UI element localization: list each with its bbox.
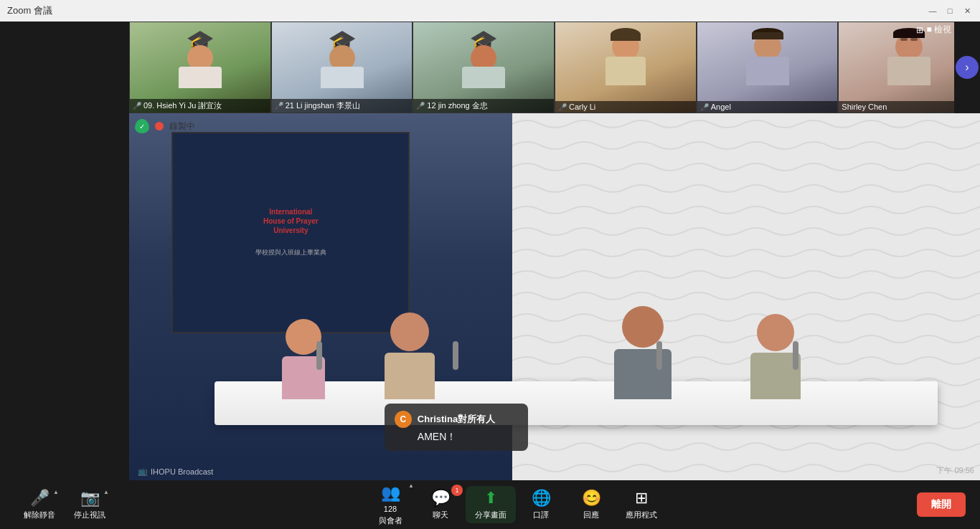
participant-label-carly: 🎤 Carly Li	[555, 101, 696, 113]
nav-arrow-area: ›	[954, 22, 980, 113]
mute-button[interactable]: ▲ 🎤 解除靜音	[14, 486, 65, 523]
thumbnail-strip: 🎓 🎤 09. Hsieh Yi Ju 謝宜汝 🎓 🎤 21 Li jingsh…	[129, 22, 980, 113]
apps-icon: ⊞	[635, 489, 648, 507]
ihopu-icon: 📺	[138, 467, 148, 476]
interpret-icon: 🌐	[532, 489, 551, 507]
participants-icon: 👥	[381, 484, 400, 502]
participants-button[interactable]: 👥 128 與會者 ▲	[365, 481, 415, 529]
microphone-2	[453, 341, 458, 370]
view-label[interactable]: ⊞ ■ 檢視	[916, 24, 951, 36]
person-3	[614, 306, 672, 399]
person-2	[385, 313, 435, 399]
microphone-3	[656, 341, 662, 370]
mute-expand-arrow[interactable]: ▲	[53, 489, 59, 495]
chat-bubble: C Christina對所有人 AMEN！	[385, 404, 528, 451]
next-participants-button[interactable]: ›	[956, 56, 979, 79]
participant-thumb-jinzhong[interactable]: 🎓 🎤 12 jin zhong 金忠	[413, 22, 555, 113]
screen-text: 學校授與入班線上畢業典	[255, 241, 326, 257]
leave-button[interactable]: 離開	[917, 492, 966, 517]
chat-sender: Christina對所有人	[418, 413, 495, 426]
video-button[interactable]: ▲ 📷 停止視訊	[65, 486, 115, 523]
window-controls: — □ ✕	[927, 5, 973, 16]
microphone-4	[793, 341, 798, 370]
minimize-button[interactable]: —	[927, 5, 938, 16]
presentation-screen: International House of Prayer University…	[171, 132, 410, 334]
participant-label-hsieh: 🎤 09. Hsieh Yi Ju 謝宜汝	[130, 99, 270, 113]
share-screen-button[interactable]: ⬆ 分享畫面	[466, 486, 516, 523]
window-title: Zoom 會議	[7, 4, 52, 17]
chat-icon: 💬	[431, 489, 451, 507]
chat-message: AMEN！	[395, 431, 518, 444]
chat-button[interactable]: 💬 1 聊天	[415, 486, 466, 523]
participant-label-lijingshan: 🎤 21 Li jingshan 李景山	[272, 99, 413, 113]
close-button[interactable]: ✕	[961, 5, 973, 16]
bottom-toolbar: ▲ 🎤 解除靜音 ▲ 📷 停止視訊 👥 128 與會者 ▲ 💬 1 聊天 ⬆ 分…	[0, 480, 980, 529]
maximize-button[interactable]: □	[944, 5, 956, 16]
video-expand-arrow[interactable]: ▲	[103, 489, 109, 495]
studio-right-wall	[512, 113, 980, 480]
participant-thumb-lijingshan[interactable]: 🎓 🎤 21 Li jingshan 李景山	[271, 22, 413, 113]
view-icon: ⊞	[916, 25, 923, 35]
microphone-1	[316, 341, 322, 370]
ihopu-watermark: 📺 IHOPU Broadcast	[138, 467, 213, 476]
main-video-area: International House of Prayer University…	[129, 113, 980, 480]
participant-thumb-angel[interactable]: 🎤 Angel	[697, 22, 839, 113]
participant-label-jinzhong: 🎤 12 jin zhong 金忠	[413, 99, 554, 113]
react-button[interactable]: 😊 回應	[566, 486, 616, 523]
recording-bar: ✓ 錄製中	[135, 119, 195, 133]
titlebar: Zoom 會議 — □ ✕	[0, 0, 980, 22]
participants-expand[interactable]: ▲	[408, 482, 414, 489]
participant-thumb-carly[interactable]: 🎤 Carly Li	[555, 22, 697, 113]
apps-button[interactable]: ⊞ 應用程式	[616, 486, 666, 523]
recording-dot	[155, 122, 164, 130]
participant-thumb-hsieh[interactable]: 🎓 🎤 09. Hsieh Yi Ju 謝宜汝	[129, 22, 271, 113]
recording-text: 錄製中	[169, 120, 195, 133]
participant-label-angel: 🎤 Angel	[697, 101, 838, 113]
chat-avatar: C	[395, 411, 412, 428]
mute-icon-jinzhong: 🎤	[416, 102, 425, 110]
video-slash-icon: 📷	[80, 489, 100, 507]
chat-header: C Christina對所有人	[395, 411, 518, 428]
react-icon: 😊	[582, 489, 601, 507]
share-icon: ⬆	[484, 489, 497, 507]
mute-icon-hsieh: 🎤	[133, 102, 141, 110]
time-display: 下午 09:56	[936, 465, 974, 476]
mute-icon-angel: 🎤	[700, 103, 709, 111]
video-label: 停止視訊	[74, 510, 105, 520]
mute-icon-lijingshan: 🎤	[275, 102, 283, 110]
interpret-button[interactable]: 🌐 口譯	[516, 486, 566, 523]
mute-label: 解除靜音	[24, 510, 55, 520]
participants-label: 128	[384, 505, 397, 513]
video-background: International House of Prayer University…	[129, 113, 980, 480]
shield-icon: ✓	[135, 119, 149, 133]
svg-rect-0	[512, 113, 980, 480]
left-sidebar	[0, 22, 129, 529]
chat-badge: 1	[451, 485, 463, 496]
microphone-slash-icon: 🎤	[30, 489, 50, 507]
mute-icon-carly: 🎤	[558, 103, 567, 111]
